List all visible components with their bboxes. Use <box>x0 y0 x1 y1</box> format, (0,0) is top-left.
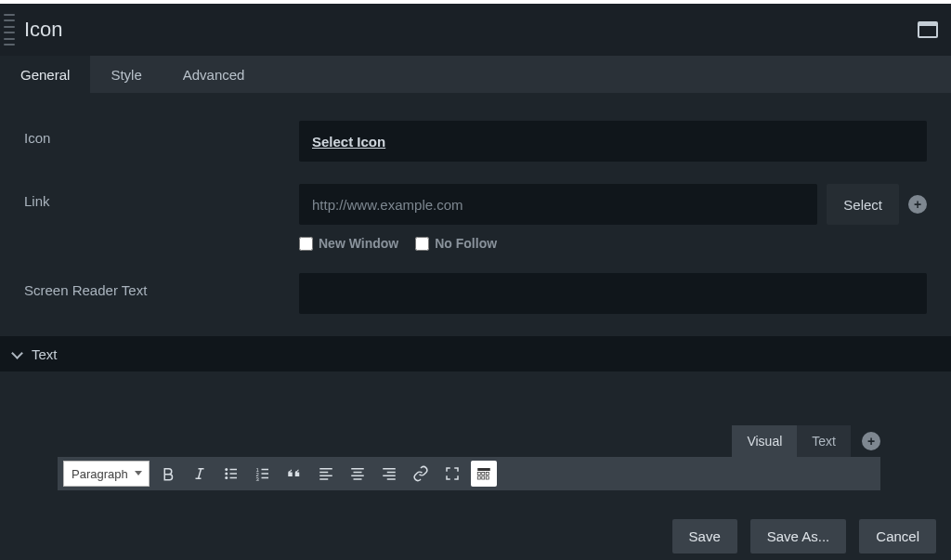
fullscreen-icon[interactable] <box>439 461 465 487</box>
responsive-toggle-icon[interactable] <box>918 21 938 38</box>
no-follow-checkbox[interactable]: No Follow <box>415 236 497 251</box>
svg-point-0 <box>225 468 228 471</box>
svg-rect-6 <box>477 468 490 471</box>
save-button[interactable]: Save <box>672 519 737 553</box>
panel-body: Icon Select Icon Link Select + New Windo… <box>0 93 951 509</box>
align-right-icon[interactable] <box>376 461 402 487</box>
no-follow-label: No Follow <box>435 236 497 251</box>
bold-icon[interactable] <box>155 461 181 487</box>
svg-rect-10 <box>477 476 480 479</box>
row-link: Link Select + New Window No Follow <box>24 184 927 251</box>
text-editor: Visual Text + Paragraph 123 <box>24 425 927 490</box>
row-screen-reader: Screen Reader Text <box>24 273 927 314</box>
label-link: Link <box>24 184 299 209</box>
toolbar-toggle-icon[interactable] <box>471 461 497 487</box>
link-icon[interactable] <box>408 461 434 487</box>
screen-reader-input[interactable] <box>299 273 927 314</box>
editor-tab-visual[interactable]: Visual <box>732 425 797 457</box>
svg-rect-11 <box>482 476 485 479</box>
link-options: New Window No Follow <box>299 236 927 251</box>
editor-toolbar: Paragraph 123 <box>58 457 880 490</box>
editor-tabs: Visual Text + <box>24 425 927 457</box>
drag-handle-icon[interactable] <box>4 14 15 46</box>
add-link-icon[interactable]: + <box>908 195 927 214</box>
format-select[interactable]: Paragraph <box>63 461 150 487</box>
editor-add-icon[interactable]: + <box>862 432 880 450</box>
svg-rect-8 <box>482 473 485 475</box>
link-input[interactable] <box>299 184 817 225</box>
label-screen-reader: Screen Reader Text <box>24 273 299 298</box>
main-tabs: General Style Advanced <box>0 56 951 93</box>
align-center-icon[interactable] <box>345 461 371 487</box>
italic-icon[interactable] <box>187 461 213 487</box>
tab-general[interactable]: General <box>0 56 90 93</box>
format-select-wrap[interactable]: Paragraph <box>63 461 150 487</box>
label-icon: Icon <box>24 121 299 146</box>
tab-advanced[interactable]: Advanced <box>163 56 266 93</box>
section-text-label: Text <box>32 346 58 362</box>
svg-rect-12 <box>486 476 489 479</box>
svg-rect-7 <box>477 473 480 475</box>
row-icon: Icon Select Icon <box>24 121 927 162</box>
bullet-list-icon[interactable] <box>218 461 244 487</box>
svg-text:3: 3 <box>256 476 260 482</box>
new-window-label: New Window <box>319 236 398 251</box>
svg-rect-9 <box>486 473 489 475</box>
blockquote-icon[interactable] <box>281 461 307 487</box>
align-left-icon[interactable] <box>313 461 339 487</box>
new-window-checkbox[interactable]: New Window <box>299 236 398 251</box>
cancel-button[interactable]: Cancel <box>859 519 936 553</box>
dialog-footer: Save Save As... Cancel <box>672 517 951 560</box>
tab-style[interactable]: Style <box>90 56 162 93</box>
svg-point-2 <box>225 476 228 479</box>
dialog-title: Icon <box>24 18 918 42</box>
svg-point-1 <box>225 473 228 475</box>
new-window-input[interactable] <box>299 237 313 251</box>
dialog-header: Icon <box>0 4 951 56</box>
editor-tab-text[interactable]: Text <box>797 425 851 457</box>
section-text-header[interactable]: Text <box>0 336 951 371</box>
no-follow-input[interactable] <box>415 237 429 251</box>
chevron-down-icon <box>11 348 22 359</box>
save-as-button[interactable]: Save As... <box>750 519 847 553</box>
select-icon-button[interactable]: Select Icon <box>299 121 927 162</box>
select-icon-text: Select Icon <box>312 134 385 150</box>
link-select-button[interactable]: Select <box>827 184 899 225</box>
number-list-icon[interactable]: 123 <box>250 461 276 487</box>
